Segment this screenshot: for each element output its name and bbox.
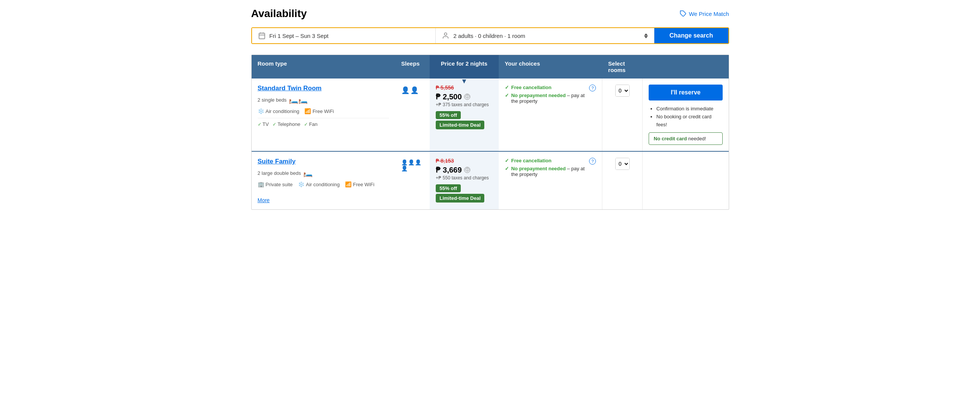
check-icon: ✓ [505, 166, 509, 171]
more-link[interactable]: More [258, 197, 270, 203]
tag-icon [680, 10, 687, 17]
deal-badge: Limited-time Deal [436, 120, 484, 129]
extra-fan: ✓ Fan [304, 121, 317, 127]
svg-point-5 [444, 33, 447, 36]
extra-fan-label: Fan [309, 121, 317, 127]
th-reserve-spacer [642, 55, 729, 79]
taxes: +₱ 375 taxes and charges [436, 102, 493, 107]
wifi-icon2: 📶 [345, 181, 352, 187]
reserve-button[interactable]: I'll reserve [649, 85, 722, 100]
change-search-button[interactable]: Change search [654, 28, 729, 43]
choice-free-cancel: ✓ Free cancellation [505, 85, 589, 90]
check-icon: ✓ [272, 122, 276, 127]
guests-field[interactable]: 2 adults · 0 children · 1 room [436, 28, 654, 43]
room-quantity-spinner[interactable]: 0123 [615, 85, 630, 97]
extra-tv: ✓ TV [258, 121, 269, 127]
stepper-icon[interactable] [644, 33, 648, 38]
room-quantity-select[interactable]: 0123 [616, 85, 629, 97]
table-header: Room type Sleeps Price for 2 nights Your… [251, 55, 729, 79]
sleeps-icons: 👤👤 [401, 86, 419, 95]
reserve-section: I'll reserve Confirmation is immediate N… [642, 79, 729, 151]
dates-text: Fri 1 Sept – Sun 3 Sept [269, 33, 329, 39]
select-cell: 0123 [602, 79, 642, 151]
snowflake-icon: ❄️ [258, 108, 264, 114]
th-room-type: Room type [251, 55, 396, 79]
select-cell: 0123 [602, 152, 642, 209]
calendar-icon [258, 32, 266, 40]
room-type-cell: Standard Twin Room 2 single beds 🛏️🛏️ ❄️… [251, 79, 396, 151]
bed-icon: 🛏️🛏️ [289, 95, 308, 104]
taxes: +₱ 550 taxes and charges [436, 175, 493, 180]
room-name[interactable]: Suite Family [258, 158, 390, 165]
search-bar: Fri 1 Sept – Sun 3 Sept 2 adults · 0 chi… [251, 27, 729, 44]
choice-label: Free cancellation [511, 85, 552, 90]
th-sleeps: Sleeps [395, 55, 430, 79]
info-icon[interactable]: ⓘ [464, 167, 470, 173]
choices-cell: ✓ Free cancellation ✓ No prepayment need… [499, 152, 602, 209]
sleeps-cell: 👤👤 [395, 79, 430, 151]
price-value: ₱ 2,500 [436, 92, 462, 101]
amenity-wifi-label2: Free WiFi [353, 182, 374, 187]
th-select: Select rooms [602, 55, 642, 79]
extra-phone: ✓ Telephone [272, 121, 300, 127]
bed-text: 2 single beds [258, 97, 287, 103]
amenities: 🏢 Private suite ❄️ Air conditioning 📶 Fr… [258, 181, 390, 191]
amenity-wifi2: 📶 Free WiFi [345, 181, 374, 187]
amenities: ❄️ Air conditioning 📶 Free WiFi [258, 108, 390, 118]
amenity-wifi-label: Free WiFi [312, 108, 334, 114]
choice-label: Free cancellation [511, 158, 552, 163]
check-icon: ✓ [505, 93, 509, 98]
deal-badge: Limited-time Deal [436, 194, 484, 203]
table-row: Suite Family 2 large double beds 🛏️ 🏢 Pr… [251, 152, 729, 209]
no-credit-bold: No credit card [654, 136, 687, 141]
current-price: ₱ 2,500 ⓘ [436, 92, 493, 101]
choice-label: No prepayment needed – pay at the proper… [511, 166, 589, 177]
amenity-wifi: 📶 Free WiFi [304, 108, 334, 114]
bullet-confirmation: Confirmation is immediate [656, 105, 722, 113]
choices-cell: ✓ Free cancellation ✓ No prepayment need… [499, 79, 602, 151]
dates-field[interactable]: Fri 1 Sept – Sun 3 Sept [252, 28, 436, 43]
price-match-label: We Price Match [689, 11, 729, 17]
svg-rect-1 [259, 33, 264, 39]
amenity-suite: 🏢 Private suite [258, 181, 293, 187]
check-icon: ✓ [258, 122, 261, 127]
table-row: Standard Twin Room 2 single beds 🛏️🛏️ ❄️… [251, 79, 729, 152]
sleeps-cell: 👤👤👤👤 [395, 152, 430, 209]
price-cell: ₱ 8,153 ₱ 3,669 ⓘ +₱ 550 taxes and charg… [430, 152, 499, 209]
price-match-link[interactable]: We Price Match [680, 10, 729, 17]
page-title: Availability [251, 8, 307, 20]
bed-text: 2 large double beds [258, 170, 301, 176]
price-cell: ₱ 5,556 ₱ 2,500 ⓘ +₱ 375 taxes and charg… [430, 79, 499, 151]
current-price: ₱ 3,669 ⓘ [436, 165, 493, 174]
bed-icon: 🛏️ [303, 168, 313, 177]
bed-info: 2 single beds 🛏️🛏️ [258, 95, 390, 104]
suite-icon: 🏢 [258, 181, 264, 187]
check-icon: ✓ [304, 122, 308, 127]
person-icon [442, 32, 449, 40]
bullet-fees: No booking or credit card fees! [656, 113, 722, 129]
extras: ✓ TV ✓ Telephone ✓ Fan [258, 121, 390, 127]
choice-free-cancel: ✓ Free cancellation [505, 158, 589, 163]
no-credit-suffix: needed! [687, 136, 706, 141]
snowflake-icon: ❄️ [298, 181, 304, 187]
bed-info: 2 large double beds 🛏️ [258, 168, 390, 177]
price-value: ₱ 3,669 [436, 165, 462, 174]
room-name[interactable]: Standard Twin Room [258, 85, 390, 92]
amenity-ac2: ❄️ Air conditioning [298, 181, 340, 187]
check-icon: ✓ [505, 85, 509, 90]
choice-no-prepay: ✓ No prepayment needed – pay at the prop… [505, 93, 589, 104]
question-icon[interactable]: ? [589, 85, 596, 92]
room-quantity-spinner[interactable]: 0123 [615, 158, 630, 170]
stepper-up-icon [644, 33, 648, 36]
question-icon[interactable]: ? [589, 158, 596, 165]
sleeps-icons: 👤👤👤👤 [401, 159, 423, 171]
check-icon: ✓ [505, 158, 509, 163]
info-icon[interactable]: ⓘ [464, 94, 470, 100]
no-credit-card-badge: No credit card needed! [649, 132, 722, 145]
amenity-ac-label2: Air conditioning [306, 182, 340, 187]
original-price: ₱ 8,153 [436, 158, 493, 164]
th-price: Price for 2 nights [430, 55, 499, 79]
room-quantity-select[interactable]: 0123 [616, 158, 629, 169]
discount-badge: 55% off [436, 111, 461, 119]
choice-no-prepay: ✓ No prepayment needed – pay at the prop… [505, 166, 589, 177]
